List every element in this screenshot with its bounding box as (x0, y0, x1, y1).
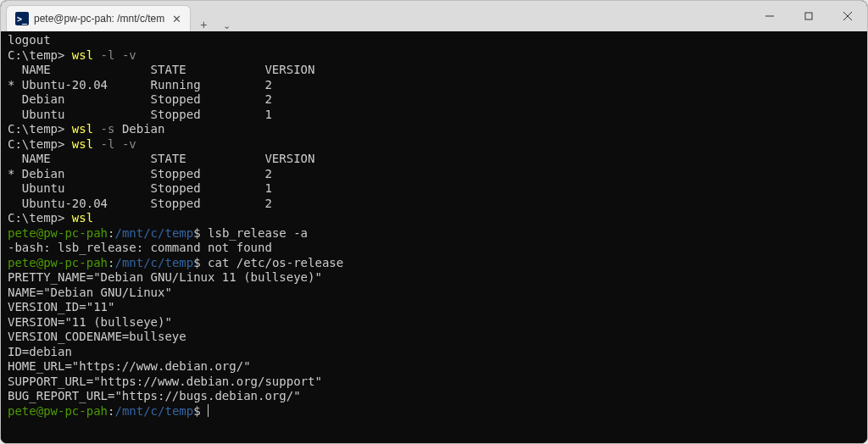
terminal-window: >_ pete@pw-pc-pah: /mnt/c/tem ✕ + ⌄ logo… (0, 0, 868, 444)
terminal-line: VERSION_CODENAME=bullseye (8, 330, 860, 345)
titlebar: >_ pete@pw-pc-pah: /mnt/c/tem ✕ + ⌄ (1, 1, 867, 31)
terminal-line: Ubuntu Stopped 1 (8, 108, 860, 123)
tab-strip: >_ pete@pw-pc-pah: /mnt/c/tem ✕ + ⌄ (1, 1, 236, 31)
terminal-line: pete@pw-pc-pah:/mnt/c/temp$ cat /etc/os-… (8, 256, 860, 271)
terminal-line: C:\temp> wsl (8, 211, 860, 226)
terminal-line: C:\temp> wsl -l -v (8, 48, 860, 64)
terminal-line: PRETTY_NAME="Debian GNU/Linux 11 (bullse… (8, 270, 860, 286)
new-tab-button[interactable]: + (191, 18, 216, 31)
minimize-button[interactable] (750, 1, 789, 31)
tab-close-button[interactable]: ✕ (170, 12, 183, 25)
terminal-line: ID=debian (8, 345, 860, 360)
terminal-line: NAME="Debian GNU/Linux" (8, 286, 860, 301)
maximize-button[interactable] (789, 1, 828, 31)
svg-rect-1 (805, 13, 812, 19)
tab-title: pete@pw-pc-pah: /mnt/c/tem (34, 13, 164, 25)
terminal-line: Debian Stopped 2 (8, 92, 860, 108)
terminal-line: logout (8, 33, 860, 48)
terminal-line: pete@pw-pc-pah:/mnt/c/temp$ lsb_release … (8, 226, 860, 241)
terminal-body[interactable]: logoutC:\temp> wsl -l -v NAME STATE VERS… (1, 31, 867, 443)
cursor (208, 404, 209, 417)
close-window-button[interactable] (828, 1, 867, 31)
terminal-line: HOME_URL="https://www.debian.org/" (8, 359, 860, 375)
terminal-line: C:\temp> wsl -l -v (8, 137, 860, 153)
terminal-line: C:\temp> wsl -s Debian (8, 122, 860, 137)
terminal-line: NAME STATE VERSION (8, 152, 860, 167)
terminal-line: BUG_REPORT_URL="https://bugs.debian.org/… (8, 389, 860, 404)
terminal-line: Ubuntu Stopped 1 (8, 181, 860, 197)
terminal-line: NAME STATE VERSION (8, 63, 860, 78)
titlebar-drag-region[interactable] (236, 1, 750, 31)
terminal-line: VERSION="11 (bullseye)" (8, 315, 860, 330)
terminal-line: SUPPORT_URL="https://www.debian.org/supp… (8, 375, 860, 390)
terminal-line: pete@pw-pc-pah:/mnt/c/temp$ (8, 404, 860, 419)
tab-dropdown-button[interactable]: ⌄ (216, 20, 236, 31)
tab-active[interactable]: >_ pete@pw-pc-pah: /mnt/c/tem ✕ (6, 5, 191, 31)
terminal-line: -bash: lsb_release: command not found (8, 241, 860, 256)
powershell-icon: >_ (15, 12, 29, 25)
window-controls (750, 1, 867, 31)
terminal-line: * Ubuntu-20.04 Running 2 (8, 78, 860, 93)
terminal-line: * Debian Stopped 2 (8, 167, 860, 182)
terminal-line: VERSION_ID="11" (8, 300, 860, 315)
terminal-line: Ubuntu-20.04 Stopped 2 (8, 197, 860, 212)
